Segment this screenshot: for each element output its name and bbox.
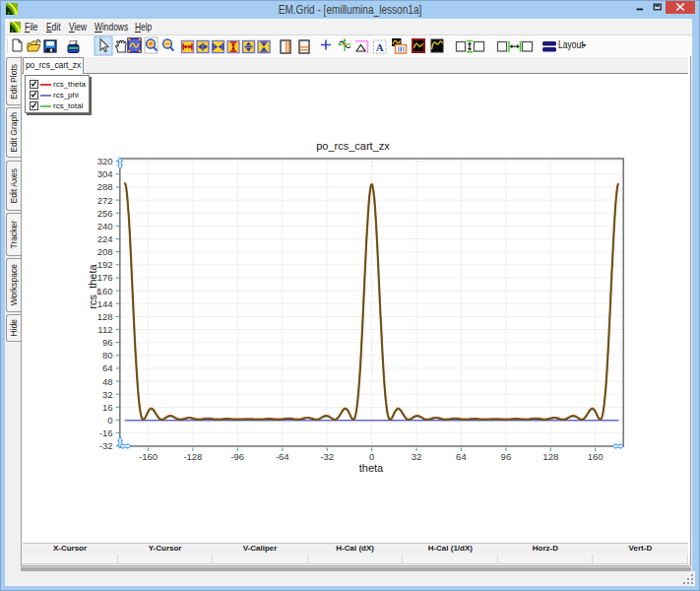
svg-text:-128: -128 xyxy=(183,451,202,462)
svg-text:32: 32 xyxy=(102,389,113,400)
svg-text:192: 192 xyxy=(97,259,113,270)
svg-text:320: 320 xyxy=(97,156,113,166)
svg-text:48: 48 xyxy=(102,376,113,387)
svg-text:304: 304 xyxy=(97,168,113,179)
svg-text:-32: -32 xyxy=(320,451,334,462)
svg-text:32: 32 xyxy=(412,451,422,462)
svg-text:rcs_theta: rcs_theta xyxy=(87,263,98,308)
svg-text:176: 176 xyxy=(97,272,113,283)
svg-text:-160: -160 xyxy=(139,451,158,462)
svg-text:272: 272 xyxy=(97,195,113,206)
svg-text:16: 16 xyxy=(102,402,113,413)
svg-text:theta: theta xyxy=(359,462,384,474)
svg-text:208: 208 xyxy=(97,246,113,257)
svg-text:160: 160 xyxy=(588,451,604,462)
svg-text:160: 160 xyxy=(97,286,113,296)
svg-text:-64: -64 xyxy=(276,451,289,462)
svg-text:-32: -32 xyxy=(99,440,113,451)
svg-text:0: 0 xyxy=(107,415,112,426)
svg-text:64: 64 xyxy=(102,362,113,373)
svg-text:-96: -96 xyxy=(230,451,244,462)
svg-text:96: 96 xyxy=(501,451,512,462)
svg-text:po_rcs_cart_zx: po_rcs_cart_zx xyxy=(316,140,390,152)
svg-text:288: 288 xyxy=(97,181,113,192)
svg-text:112: 112 xyxy=(97,324,112,335)
svg-text:128: 128 xyxy=(97,311,113,322)
svg-text:-16: -16 xyxy=(99,427,113,438)
svg-text:96: 96 xyxy=(102,337,113,348)
svg-text:80: 80 xyxy=(102,350,113,361)
svg-text:256: 256 xyxy=(97,208,113,219)
svg-text:128: 128 xyxy=(542,451,558,462)
svg-text:144: 144 xyxy=(97,298,113,309)
svg-text:0: 0 xyxy=(369,451,374,462)
svg-text:64: 64 xyxy=(456,451,467,462)
svg-text:240: 240 xyxy=(97,221,113,231)
svg-text:224: 224 xyxy=(97,233,113,244)
